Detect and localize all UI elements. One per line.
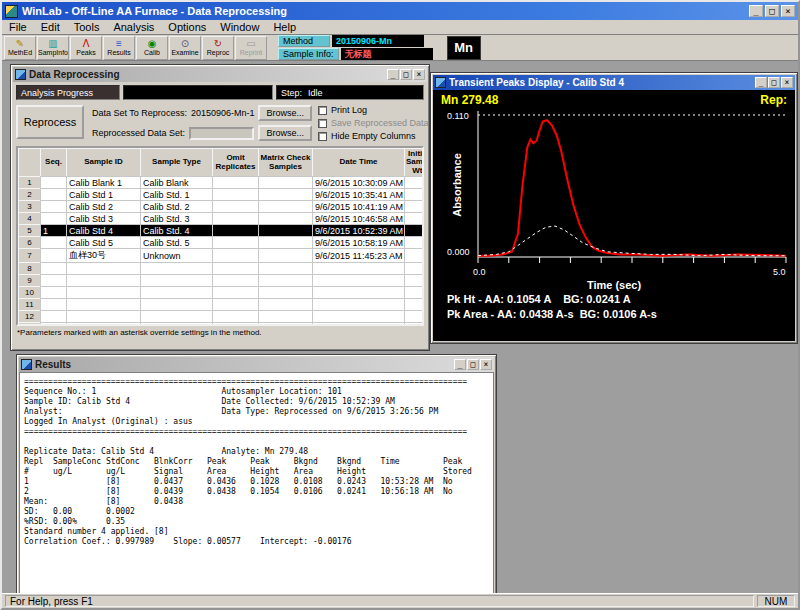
row-number[interactable]: 1 — [19, 177, 41, 189]
reprocessed-dataset-field[interactable] — [189, 127, 254, 140]
table-cell — [405, 249, 425, 263]
menu-item-file[interactable]: File — [2, 21, 34, 33]
menu-item-help[interactable]: Help — [266, 21, 303, 33]
row-number[interactable]: 4 — [19, 213, 41, 225]
table-row[interactable]: 51Calib Std 4Calib Std. 49/6/2015 10:52:… — [19, 225, 425, 237]
table-row[interactable]: 11 — [19, 299, 425, 311]
table-row[interactable]: 7血样30号Unknown9/6/2015 11:45:23 AM — [19, 249, 425, 263]
row-number[interactable]: 11 — [19, 299, 41, 311]
maximize-button[interactable]: □ — [400, 69, 412, 80]
row-number[interactable]: 7 — [19, 249, 41, 263]
column-header-omit-replicates[interactable]: Omit Replicates — [213, 149, 259, 177]
table-row[interactable]: 6Calib Std 5Calib Std. 59/6/2015 10:58:1… — [19, 237, 425, 249]
row-number[interactable]: 9 — [19, 275, 41, 287]
column-header-sample-id[interactable]: Sample ID — [67, 149, 141, 177]
maximize-button[interactable]: □ — [765, 5, 779, 17]
maximize-button[interactable]: □ — [768, 77, 780, 88]
toolbar-button-calib[interactable]: ◉Calib — [136, 36, 168, 60]
method-button[interactable]: Method — [278, 35, 330, 47]
table-cell — [213, 311, 259, 323]
toolbar-button-examine[interactable]: ⊙Examine — [169, 36, 201, 60]
browse-reprocessed-button[interactable]: Browse... — [258, 125, 312, 141]
toolbar-button-methed[interactable]: ✎MethEd — [4, 36, 36, 60]
table-row[interactable]: 8 — [19, 263, 425, 275]
close-button[interactable]: × — [413, 69, 425, 80]
column-header-matrix-check-samples[interactable]: Matrix Check Samples — [259, 149, 313, 177]
minimize-button[interactable]: _ — [387, 69, 399, 80]
row-number[interactable]: 8 — [19, 263, 41, 275]
minimize-button[interactable]: _ — [749, 5, 763, 17]
close-button[interactable]: × — [781, 77, 793, 88]
analyte-label: Mn 279.48 — [441, 93, 498, 107]
toolbar-button-results[interactable]: ≡Results — [103, 36, 135, 60]
reprocess-button[interactable]: Reprocess — [16, 105, 84, 139]
toolbar-button-sampinfo[interactable]: ▥SampInfo — [37, 36, 69, 60]
table-row[interactable]: 12 — [19, 311, 425, 323]
checkbox-save-reprocessed-data[interactable]: Save Reprocessed Data — [318, 118, 424, 128]
data-reprocessing-title: Data Reprocessing — [29, 69, 384, 80]
menu-item-edit[interactable]: Edit — [34, 21, 67, 33]
column-header-sample-type[interactable]: Sample Type — [141, 149, 213, 177]
table-row[interactable]: 9 — [19, 275, 425, 287]
column-header-seq[interactable]: Seq. — [41, 149, 67, 177]
mdi-workspace: Data Reprocessing _□× Analysis Progress … — [2, 61, 798, 593]
row-number[interactable]: 12 — [19, 311, 41, 323]
transient-peaks-window-icon — [435, 77, 446, 88]
row-number[interactable]: 2 — [19, 189, 41, 201]
table-row[interactable]: 4Calib Std 3Calib Std. 39/6/2015 10:46:5… — [19, 213, 425, 225]
table-cell: Calib Std. 3 — [141, 213, 213, 225]
table-cell — [259, 225, 313, 237]
menu-item-window[interactable]: Window — [213, 21, 266, 33]
title-bar[interactable]: WinLab - Off-Line AA Furnace - Data Repr… — [2, 2, 798, 20]
row-number[interactable]: 3 — [19, 201, 41, 213]
table-cell: 9/6/2015 10:30:09 AM — [313, 177, 405, 189]
minimize-button[interactable]: _ — [454, 359, 466, 370]
results-window-icon — [21, 359, 32, 370]
toolbar-button-reproc[interactable]: ↻Reproc — [202, 36, 234, 60]
minimize-button[interactable]: _ — [755, 77, 767, 88]
reprocessed-dataset-label: Reprocessed Data Set: — [92, 128, 185, 138]
calibration-icon: ◉ — [148, 38, 157, 49]
results-title-bar[interactable]: Results _□× — [19, 357, 494, 372]
results-report-area[interactable]: ========================================… — [19, 372, 494, 593]
table-row[interactable]: 1Calib Blank 1Calib Blank9/6/2015 10:30:… — [19, 177, 425, 189]
table-cell — [41, 213, 67, 225]
data-reprocessing-title-bar[interactable]: Data Reprocessing _□× — [13, 67, 427, 82]
app-icon — [5, 5, 18, 18]
column-header-date-time[interactable]: Date Time — [313, 149, 405, 177]
close-button[interactable]: × — [480, 359, 492, 370]
browse-dataset-button[interactable]: Browse... — [258, 105, 312, 121]
table-cell — [41, 311, 67, 323]
table-cell — [41, 263, 67, 275]
menu-item-options[interactable]: Options — [161, 21, 213, 33]
transient-peaks-title-bar[interactable]: Transient Peaks Display - Calib Std 4 _□… — [433, 75, 795, 90]
row-number[interactable]: 5 — [19, 225, 41, 237]
checkbox-box[interactable] — [318, 119, 327, 128]
checkbox-box[interactable] — [318, 132, 327, 141]
toolbar-button-label: Results — [107, 49, 130, 57]
table-cell — [259, 249, 313, 263]
toolbar-button-peaks[interactable]: ΛPeaks — [70, 36, 102, 60]
table-cell — [313, 299, 405, 311]
column-header-initial-sample-wt[interactable]: Initial Sample Wt. — [405, 149, 425, 177]
row-number[interactable]: 10 — [19, 287, 41, 299]
checkbox-print-log[interactable]: Print Log — [318, 105, 424, 115]
row-number[interactable]: 6 — [19, 237, 41, 249]
table-cell — [405, 311, 425, 323]
toolbar-button-reprint[interactable]: ▭Reprint — [235, 36, 267, 60]
menu-item-analysis[interactable]: Analysis — [106, 21, 161, 33]
table-cell — [405, 299, 425, 311]
table-row[interactable]: 3Calib Std 2Calib Std. 29/6/2015 10:41:1… — [19, 201, 425, 213]
close-button[interactable]: × — [781, 5, 795, 17]
table-cell — [41, 237, 67, 249]
checkbox-hide-empty-columns[interactable]: Hide Empty Columns — [318, 131, 424, 141]
maximize-button[interactable]: □ — [467, 359, 479, 370]
table-cell: 血样30号 — [67, 249, 141, 263]
checkbox-box[interactable] — [318, 106, 327, 115]
window-buttons: _□× — [454, 359, 492, 370]
table-row[interactable]: 2Calib Std 1Calib Std. 19/6/2015 10:35:4… — [19, 189, 425, 201]
table-row[interactable]: 10 — [19, 287, 425, 299]
table-cell: 9/6/2015 10:52:39 AM — [313, 225, 405, 237]
menu-item-tools[interactable]: Tools — [67, 21, 107, 33]
table-cell — [141, 299, 213, 311]
